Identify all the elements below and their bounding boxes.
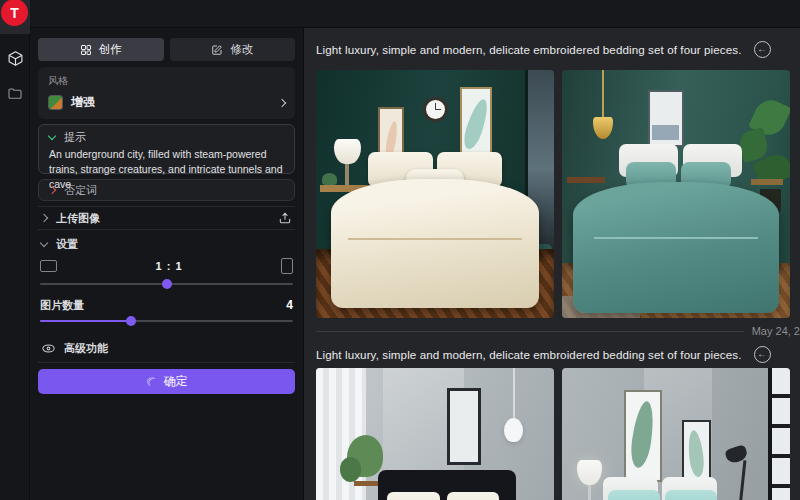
icon-rail: T <box>0 0 30 500</box>
chevron-down-icon <box>40 238 48 246</box>
aspect-ratio-value: 1 : 1 <box>155 260 182 272</box>
portrait-ratio-icon[interactable] <box>281 258 293 274</box>
date-label: May 24, 2 <box>752 325 800 337</box>
generation-caption: Light luxury, simple and modern, delicat… <box>316 43 742 56</box>
style-section-label: 风格 <box>48 74 285 88</box>
upload-image-row[interactable]: 上传图像 <box>38 206 295 230</box>
image-count-label: 图片数量 <box>40 298 84 313</box>
create-grid-icon <box>80 44 92 56</box>
app-window: T 创作 修改 风格 增强 <box>0 0 800 500</box>
files-folder-icon[interactable] <box>0 82 30 106</box>
chevron-down-icon <box>48 132 56 140</box>
style-thumbnail <box>48 95 63 110</box>
edit-pencil-icon <box>211 44 223 56</box>
confirm-label: 确定 <box>163 373 187 390</box>
app-logo[interactable]: T <box>1 0 28 26</box>
advanced-label: 高级功能 <box>64 341 108 356</box>
divider <box>38 362 295 363</box>
generation-panel: 创作 修改 风格 增强 提示 An underground city, fill… <box>30 28 304 500</box>
image-count-value: 4 <box>286 298 293 312</box>
tab-modify[interactable]: 修改 <box>170 38 296 61</box>
tab-modify-label: 修改 <box>230 42 253 57</box>
eye-icon <box>41 341 56 356</box>
top-bar <box>30 0 800 28</box>
tab-create-label: 创作 <box>99 42 122 57</box>
generation-caption: Light luxury, simple and modern, delicat… <box>316 348 742 361</box>
image-row <box>316 70 790 318</box>
mode-tabs: 创作 修改 <box>38 38 295 61</box>
reuse-prompt-icon[interactable]: ← <box>754 346 771 363</box>
generation-caption-row: Light luxury, simple and modern, delicat… <box>316 345 794 363</box>
generated-image-1[interactable] <box>316 70 554 318</box>
generated-image-3[interactable] <box>316 368 554 500</box>
style-value: 增强 <box>71 94 95 111</box>
image-row <box>316 368 790 500</box>
assets-cube-icon[interactable] <box>0 46 30 70</box>
prompt-card[interactable]: 提示 An underground city, filled with stea… <box>38 124 295 174</box>
negative-words-card[interactable]: 否定词 <box>38 179 295 201</box>
generated-image-2[interactable] <box>562 70 790 318</box>
slider-thumb[interactable] <box>162 279 172 289</box>
generated-image-4[interactable] <box>562 368 790 500</box>
divider <box>316 331 744 332</box>
chevron-right-icon <box>278 98 286 106</box>
negative-section-label: 否定词 <box>64 183 97 198</box>
tab-create[interactable]: 创作 <box>38 38 164 61</box>
advanced-features-row[interactable]: 高级功能 <box>41 339 292 357</box>
crescent-moon-icon: ☾ <box>143 373 160 391</box>
settings-section-header[interactable]: 设置 <box>38 235 295 253</box>
style-card[interactable]: 风格 增强 <box>38 67 295 119</box>
chevron-right-icon <box>40 214 48 222</box>
reuse-prompt-icon[interactable]: ← <box>754 41 771 58</box>
aspect-ratio-slider[interactable] <box>40 278 293 290</box>
confirm-button[interactable]: ☾ 确定 <box>38 369 295 394</box>
slider-thumb[interactable] <box>126 316 136 326</box>
generation-caption-row: Light luxury, simple and modern, delicat… <box>316 40 794 58</box>
upload-label: 上传图像 <box>56 211 100 226</box>
settings-label: 设置 <box>56 237 78 252</box>
results-feed[interactable]: Light luxury, simple and modern, delicat… <box>304 28 800 500</box>
prompt-section-label: 提示 <box>64 130 86 145</box>
date-divider-row: May 24, 2 <box>316 324 800 338</box>
image-count-slider[interactable] <box>40 315 293 327</box>
landscape-ratio-icon[interactable] <box>40 260 57 272</box>
aspect-ratio-row: 1 : 1 <box>40 257 293 275</box>
upload-icon <box>278 211 292 225</box>
